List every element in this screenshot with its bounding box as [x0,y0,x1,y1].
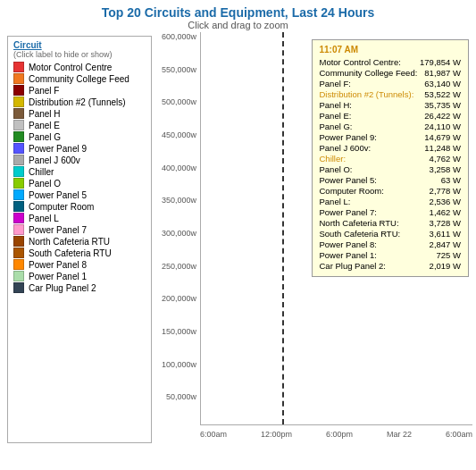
legend-label: Power Panel 9 [29,144,87,154]
legend-swatch [13,62,24,72]
legend-label: Panel G [29,132,61,142]
cursor-line [282,32,284,424]
legend-item[interactable]: Panel L [13,213,146,223]
legend-item[interactable]: Chiller [13,166,146,177]
tooltip-row-name: Panel E: [320,111,352,121]
tooltip-row-name: Community College Feed: [320,68,418,78]
tooltip-row-value: 35,735 W [424,100,461,110]
legend-swatch [13,131,24,142]
tooltip-row-name: Power Panel 5: [320,175,377,185]
legend-item[interactable]: Community College Feed [13,73,146,84]
tooltip-rows: Motor Control Centre: 179,854 W Communit… [320,57,462,271]
legend-item[interactable]: Panel J 600v [13,155,146,165]
legend-swatch [13,108,24,119]
legend-item[interactable]: Panel G [13,131,146,142]
y-axis-label: 450,000w [162,130,196,139]
tooltip-row-value: 2,778 W [430,186,461,196]
legend-item[interactable]: Car Plug Panel 2 [13,282,146,293]
tooltip-row-value: 3,611 W [430,229,461,239]
tooltip-row-name: Panel H: [320,100,352,110]
y-axis-label: 50,000w [166,392,196,401]
legend-label: Power Panel 8 [29,260,87,270]
legend-swatch [13,143,24,154]
tooltip-row-value: 63 W [441,175,461,185]
y-axis-label: 400,000w [162,164,196,172]
y-axis-label: 250,000w [162,262,196,271]
legend-item[interactable]: Power Panel 8 [13,259,146,270]
tooltip-row-value: 63,140 W [424,79,461,88]
tooltip-row: Panel O: 3,258 W [320,164,462,174]
tooltip-row-name: Panel L: [320,197,351,206]
legend-swatch [13,271,24,281]
tooltip-row-name: Power Panel 8: [320,239,377,249]
tooltip-row-value: 2,019 W [430,261,461,271]
legend: Circuit (Click label to hide or show) Mo… [7,36,152,443]
x-axis: 6:00am12:00pm6:00pmMar 226:00am [200,425,472,443]
legend-subtitle: (Click label to hide or show) [13,50,146,59]
main-area: Circuit (Click label to hide or show) Mo… [0,32,476,465]
y-axis-label: 300,000w [162,229,196,238]
legend-swatch [13,120,24,130]
tooltip-row-name: Panel O: [320,164,353,174]
legend-item[interactable]: Power Panel 5 [13,189,146,200]
tooltip-row-name: North Cafeteria RTU: [320,218,399,228]
tooltip-row-value: 2,847 W [430,239,461,249]
legend-label: Panel O [29,179,61,189]
tooltip-row: Panel F: 63,140 W [320,79,462,88]
legend-label: Distribution #2 (Tunnels) [29,97,126,107]
tooltip-row-value: 81,987 W [424,68,461,78]
legend-item[interactable]: Panel O [13,178,146,189]
legend-swatch [13,97,24,107]
legend-swatch [13,213,24,223]
legend-swatch [13,236,24,247]
tooltip-row-name: Motor Control Centre: [320,57,401,67]
legend-item[interactable]: North Cafeteria RTU [13,236,146,247]
tooltip-row-name: Panel J 600v: [320,143,372,153]
legend-item[interactable]: Panel H [13,108,146,119]
tooltip-row-name: Power Panel 7: [320,207,377,217]
legend-item[interactable]: Panel E [13,120,146,130]
tooltip-row-value: 53,522 W [424,89,461,99]
tooltip-row: Panel G: 24,110 W [320,122,462,131]
chart-area[interactable]: 600,000w550,000w500,000w450,000w400,000w… [154,32,472,443]
legend-item[interactable]: Panel F [13,85,146,96]
legend-swatch [13,166,24,177]
legend-swatch [13,85,24,96]
legend-item[interactable]: Power Panel 9 [13,143,146,154]
legend-item[interactable]: South Cafeteria RTU [13,248,146,258]
chart-title: Top 20 Circuits and Equipment, Last 24 H… [0,0,476,20]
legend-label: Panel L [29,214,59,223]
plot-area[interactable]: 11:07 AM Motor Control Centre: 179,854 W… [200,32,472,425]
legend-swatch [13,73,24,84]
tooltip-row: Power Panel 9: 14,679 W [320,132,462,142]
tooltip-row: Car Plug Panel 2: 2,019 W [320,261,462,271]
tooltip-row-name: Power Panel 1: [320,250,377,260]
tooltip-row: Motor Control Centre: 179,854 W [320,57,462,67]
legend-label: Motor Control Centre [29,63,112,72]
tooltip-row-name: Panel F: [320,79,351,88]
tooltip-row-name: Power Panel 9: [320,132,377,142]
tooltip-row-value: 24,110 W [424,122,461,131]
legend-item[interactable]: Computer Room [13,201,146,212]
legend-item[interactable]: Distribution #2 (Tunnels) [13,97,146,107]
legend-item[interactable]: Power Panel 1 [13,271,146,281]
tooltip-row: Panel J 600v: 11,248 W [320,143,462,153]
legend-items: Motor Control Centre Community College F… [13,62,146,293]
legend-label: Power Panel 7 [29,225,87,235]
tooltip-row-name: Car Plug Panel 2: [320,261,386,271]
tooltip-row-name: Chiller: [320,154,347,164]
tooltip-row-value: 2,536 W [430,197,461,206]
legend-label: Community College Feed [29,74,129,84]
legend-swatch [13,178,24,189]
y-axis-label: 200,000w [162,294,196,303]
y-axis-label: 550,000w [162,65,196,74]
legend-label: Power Panel 5 [29,190,87,200]
tooltip-row-name: Computer Room: [320,186,384,196]
tooltip-row: Power Panel 1: 725 W [320,250,462,260]
tooltip-row-value: 3,728 W [430,218,461,228]
tooltip-row-value: 179,854 W [420,57,461,67]
legend-item[interactable]: Power Panel 7 [13,224,146,235]
legend-item[interactable]: Motor Control Centre [13,62,146,72]
legend-swatch [13,224,24,235]
tooltip-row-value: 1,462 W [430,207,461,217]
